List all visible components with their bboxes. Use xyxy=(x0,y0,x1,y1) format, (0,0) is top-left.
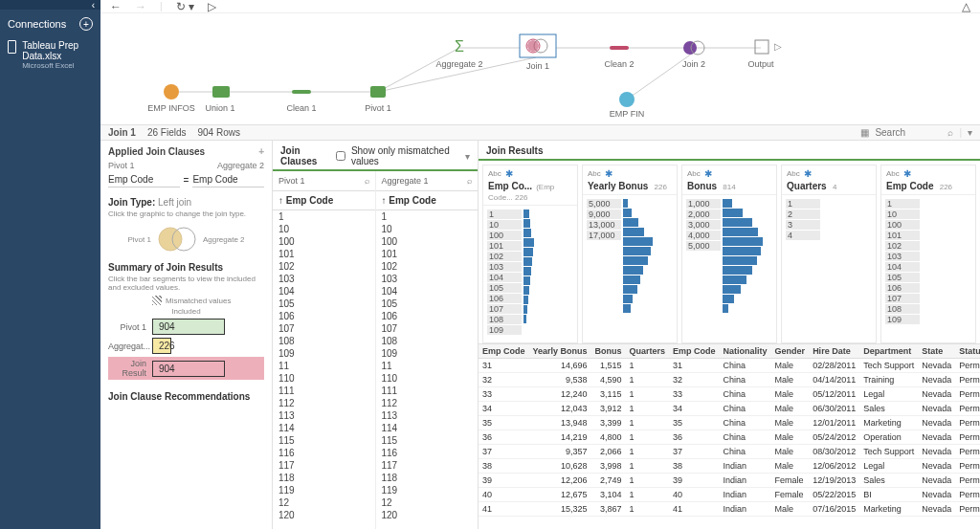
search-icon[interactable]: ⌕ xyxy=(365,176,369,186)
connection-item[interactable]: Tableau Prep Data.xlsx Microsoft Excel xyxy=(0,36,100,74)
search-icon[interactable]: ⌕ xyxy=(467,176,472,186)
svg-point-27 xyxy=(683,41,697,55)
back-button[interactable]: ← xyxy=(110,0,122,13)
clause-right-field[interactable]: Emp Code xyxy=(192,172,264,187)
add-connection-button[interactable]: + xyxy=(79,17,93,31)
svg-text:EMP FIN: EMP FIN xyxy=(610,109,644,119)
join-results-title: Join Results xyxy=(479,141,980,161)
search-input[interactable] xyxy=(875,127,942,138)
connection-name: Tableau Prep Data.xlsx xyxy=(22,40,93,61)
file-icon xyxy=(8,40,16,54)
svg-rect-12 xyxy=(212,86,230,98)
svg-text:Aggregate 2: Aggregate 2 xyxy=(435,59,482,69)
join-clauses-title: Join Clauses xyxy=(280,145,330,166)
notifications-icon[interactable]: △ xyxy=(962,0,970,13)
svg-text:Union 1: Union 1 xyxy=(205,103,234,113)
svg-point-36 xyxy=(159,228,182,251)
svg-rect-14 xyxy=(292,90,311,94)
refresh-button[interactable]: ↻ ▾ xyxy=(176,0,194,13)
sidebar-collapse[interactable]: ‹ xyxy=(0,0,100,10)
join-clauses-panel: Join Clauses Show only mismatched values… xyxy=(273,141,479,529)
mismatched-checkbox[interactable] xyxy=(336,151,345,161)
flow-canvas[interactable]: EMP INFOS Union 1 Clean 1 Pivot 1 Σ Aggr… xyxy=(100,13,980,125)
data-grid[interactable]: Emp CodeYearly BonusBonusQuartersEmp Cod… xyxy=(479,344,980,517)
svg-text:▷: ▷ xyxy=(774,41,782,52)
step-name: Join 1 xyxy=(108,127,136,138)
svg-text:Pivot 1: Pivot 1 xyxy=(365,103,391,113)
dropdown-icon[interactable]: ▾ xyxy=(465,151,470,162)
forward-button[interactable]: → xyxy=(135,0,146,13)
sidebar: ‹ Connections + Tableau Prep Data.xlsx M… xyxy=(0,0,100,529)
svg-text:Clean 2: Clean 2 xyxy=(604,59,634,69)
svg-text:Join 2: Join 2 xyxy=(682,59,705,69)
pivot1-count[interactable]: 904 xyxy=(152,319,225,335)
svg-text:Join 1: Join 1 xyxy=(526,61,549,71)
clause-values-right[interactable]: 1101001011021031041051061071081091111011… xyxy=(376,210,479,529)
svg-point-23 xyxy=(527,40,539,52)
connection-type: Microsoft Excel xyxy=(22,61,93,70)
venn-diagram[interactable] xyxy=(155,226,199,253)
svg-text:Output: Output xyxy=(747,59,774,69)
svg-text:Σ: Σ xyxy=(455,38,464,55)
join-settings-panel: Applied Join Clauses+ Pivot 1Aggregate 2… xyxy=(100,141,273,529)
more-menu[interactable]: ▾ xyxy=(968,127,972,138)
add-clause-button[interactable]: + xyxy=(258,146,264,157)
svg-rect-25 xyxy=(610,46,629,50)
row-count: 904 Rows xyxy=(197,127,239,138)
clause-left-field[interactable]: Emp Code xyxy=(108,172,180,187)
aggregate-count[interactable]: 226 xyxy=(152,338,171,354)
svg-text:EMP INFOS: EMP INFOS xyxy=(147,103,194,113)
profile-pane: Abc✱Emp Co...(Emp Code... 22611010010110… xyxy=(479,161,980,344)
svg-line-3 xyxy=(378,48,459,92)
svg-text:Clean 1: Clean 1 xyxy=(286,103,316,113)
svg-rect-30 xyxy=(755,40,768,54)
svg-rect-16 xyxy=(370,86,386,98)
toolbar: ← → | ↻ ▾ ▷ △ xyxy=(100,0,980,13)
clause-values-left[interactable]: 1101001011021031041051061071081091111011… xyxy=(273,210,375,529)
svg-point-33 xyxy=(619,92,635,107)
field-count: 26 Fields xyxy=(147,127,187,138)
join-results-panel: Join Results Abc✱Emp Co...(Emp Code... 2… xyxy=(479,141,980,529)
connections-title: Connections xyxy=(8,18,66,30)
applied-clauses-title: Applied Join Clauses xyxy=(108,146,205,157)
search-icon[interactable]: ⌕ xyxy=(947,127,953,138)
run-button[interactable]: ▷ xyxy=(208,0,216,13)
result-count[interactable]: 904 xyxy=(152,361,225,377)
grid-icon[interactable]: ▦ xyxy=(860,127,869,138)
svg-point-10 xyxy=(164,84,179,99)
